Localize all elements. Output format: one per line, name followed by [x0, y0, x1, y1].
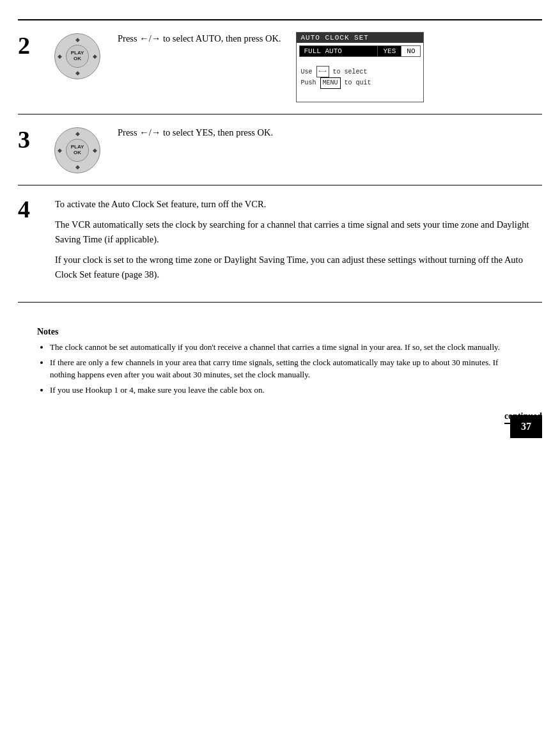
osd-use2-label: to select [333, 68, 368, 75]
osd-row-label: FULL AUTO [300, 46, 377, 56]
step-2-row: 2 ◆ ◆ ◆ ◆ PLAYOK Press ←/→ to select AUT… [18, 20, 542, 114]
step-3-text: Press ←/→ to select YES, then press OK. [118, 126, 542, 140]
note-item-2: If there are only a few channels in your… [50, 356, 523, 381]
step-3-icon: ◆ ◆ ◆ ◆ PLAYOK [49, 126, 106, 173]
step-4-para-3: If your clock is set to the wrong time z… [55, 253, 542, 281]
dpad-center: PLAYOK [66, 45, 89, 68]
osd-push-label: Push [300, 79, 316, 86]
osd-quit-label: to quit [345, 79, 371, 86]
step-4-para-2: The VCR automatically sets the clock by … [55, 217, 542, 246]
dpad3-up-arrow: ◆ [75, 130, 80, 137]
osd-footer: Use ←→ to select Push MENU to quit [297, 63, 423, 90]
note-item-1: The clock cannot be set automatically if… [50, 341, 523, 354]
osd-title: AUTO CLOCK SET [297, 33, 423, 43]
dpad-icon-step3: ◆ ◆ ◆ ◆ PLAYOK [54, 127, 100, 173]
dpad3-down-arrow: ◆ [75, 164, 80, 170]
osd-menu-box: MENU [320, 77, 341, 89]
osd-screen: AUTO CLOCK SET FULL AUTO YES NO [296, 32, 424, 102]
note-item-3: If you use Hookup 1 or 4, make sure you … [50, 384, 523, 397]
dpad-down-arrow: ◆ [75, 70, 80, 76]
step-3-content: Press ←/→ to select YES, then press OK. [106, 126, 542, 140]
step-2-text: Press ←/→ to select AUTO, then press OK. [118, 32, 281, 46]
notes-list: The clock cannot be set automatically if… [37, 341, 523, 396]
step-4-content: To activate the Auto Clock Set feature, … [49, 197, 542, 288]
dpad-right-arrow: ◆ [93, 53, 97, 59]
step-3-number: 3 [18, 126, 49, 152]
dpad-up-arrow: ◆ [75, 36, 80, 43]
step-2-icon: ◆ ◆ ◆ ◆ PLAYOK [49, 32, 106, 79]
step-2-number: 2 [18, 32, 49, 58]
dpad3-left-arrow: ◆ [58, 147, 62, 154]
dpad-left-arrow: ◆ [58, 53, 62, 59]
dpad3-center: PLAYOK [66, 139, 89, 162]
step-4-para-1: To activate the Auto Clock Set feature, … [55, 197, 542, 211]
osd-use-label: Use [300, 68, 312, 75]
dpad-icon-step2: ◆ ◆ ◆ ◆ PLAYOK [54, 33, 100, 79]
step-4-row: 4 To activate the Auto Clock Set feature… [18, 185, 542, 299]
notes-section: Notes The clock cannot be set automatica… [18, 320, 542, 405]
osd-no-option: NO [401, 46, 420, 56]
bottom-separator [18, 302, 542, 303]
osd-yes-option: YES [378, 46, 401, 56]
notes-title: Notes [37, 327, 523, 337]
page-number: 37 [510, 415, 542, 438]
step-4-number: 4 [18, 197, 49, 221]
step-3-row: 3 ◆ ◆ ◆ ◆ PLAYOK Press ←/→ to select YES… [18, 114, 542, 185]
dpad3-right-arrow: ◆ [93, 147, 97, 154]
continued-row: continued [18, 411, 542, 424]
step-2-content: Press ←/→ to select AUTO, then press OK.… [106, 32, 542, 102]
